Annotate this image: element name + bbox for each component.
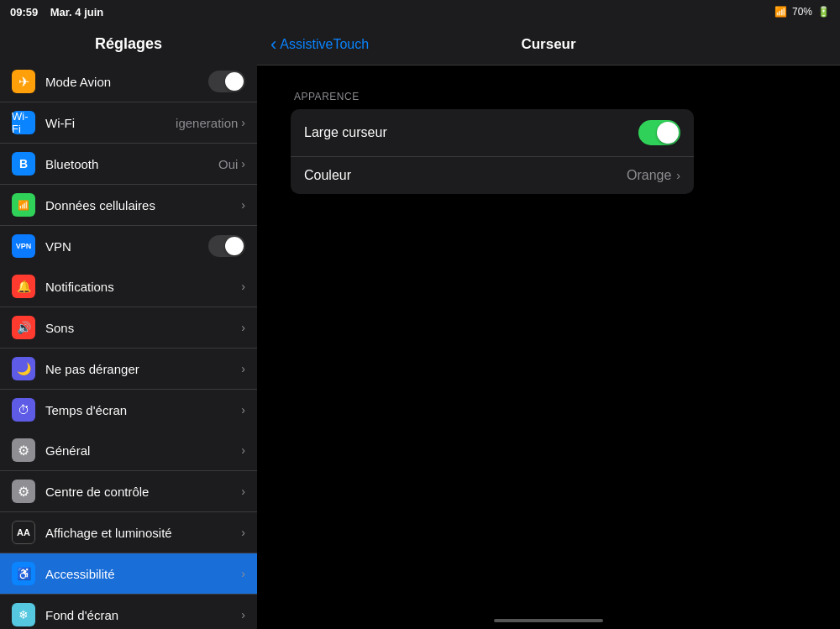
accessibilite-chevron: ›	[241, 567, 245, 580]
large-curseur-toggle[interactable]	[638, 120, 680, 145]
general-icon: ⚙	[12, 438, 35, 462]
sidebar-item-wifi[interactable]: Wi-Fi Wi-Fi igeneration ›	[0, 102, 257, 144]
sidebar-item-mode-avion[interactable]: ✈ Mode Avion	[0, 61, 257, 102]
temps-ecran-label: Temps d'écran	[45, 403, 241, 417]
notifications-icon: 🔔	[12, 275, 35, 298]
sons-icon: 🔊	[12, 316, 35, 339]
wifi-label: Wi-Fi	[45, 116, 176, 130]
sidebar-item-ne-pas-deranger[interactable]: 🌙 Ne pas déranger ›	[0, 349, 257, 390]
nav-title: Curseur	[521, 36, 575, 53]
battery-level: 70%	[792, 6, 812, 18]
accessibilite-icon: ♿	[12, 562, 35, 585]
status-time-date: 09:59 Mar. 4 juin	[10, 6, 103, 18]
fond-ecran-label: Fond d'écran	[45, 608, 241, 622]
fond-ecran-icon: ❄	[12, 603, 35, 626]
sidebar-group-1: ✈ Mode Avion Wi-Fi Wi-Fi igeneration › B…	[0, 61, 257, 266]
donnees-label: Données cellulaires	[45, 198, 241, 212]
mode-avion-toggle[interactable]	[208, 71, 245, 92]
affichage-icon: AA	[12, 521, 35, 544]
notifications-chevron: ›	[241, 280, 245, 293]
temps-ecran-chevron: ›	[241, 403, 245, 417]
fond-ecran-chevron: ›	[241, 608, 245, 621]
mode-avion-label: Mode Avion	[45, 75, 208, 89]
section-header: APPARENCE	[291, 91, 806, 102]
sidebar: Réglages ✈ Mode Avion Wi-Fi Wi-Fi igener…	[0, 24, 257, 629]
large-curseur-row: Large curseur	[291, 109, 694, 157]
nav-bar: ‹ AssistiveTouch Curseur	[257, 24, 840, 66]
battery-icon: 🔋	[817, 6, 830, 18]
sidebar-item-centre-controle[interactable]: ⚙ Centre de contrôle ›	[0, 471, 257, 512]
sidebar-item-bluetooth[interactable]: B Bluetooth Oui ›	[0, 144, 257, 185]
wifi-chevron: ›	[241, 116, 245, 129]
mode-avion-knob	[225, 72, 244, 91]
vpn-icon: VPN	[12, 234, 35, 258]
centre-controle-chevron: ›	[241, 485, 245, 498]
sons-chevron: ›	[241, 321, 245, 334]
affichage-chevron: ›	[241, 526, 245, 539]
vpn-label: VPN	[45, 239, 208, 254]
donnees-icon: 📶	[12, 193, 35, 217]
temps-ecran-icon: ⏱	[12, 398, 35, 422]
affichage-label: Affichage et luminosité	[45, 526, 241, 540]
accessibilite-label: Accessibilité	[45, 567, 241, 581]
bluetooth-value: Oui	[218, 157, 238, 171]
status-date: Mar. 4 juin	[50, 6, 104, 18]
vpn-knob	[225, 237, 244, 255]
donnees-chevron: ›	[241, 198, 245, 212]
vpn-toggle[interactable]	[208, 235, 245, 257]
notifications-label: Notifications	[45, 280, 241, 294]
couleur-label: Couleur	[304, 168, 627, 183]
sidebar-item-affichage-luminosite[interactable]: AA Affichage et luminosité ›	[0, 512, 257, 553]
sidebar-item-notifications[interactable]: 🔔 Notifications ›	[0, 266, 257, 307]
sidebar-item-donnees-cellulaires[interactable]: 📶 Données cellulaires ›	[0, 185, 257, 226]
scroll-bar	[494, 619, 603, 622]
right-panel: ‹ AssistiveTouch Curseur APPARENCE Large…	[257, 24, 840, 629]
large-curseur-knob	[657, 122, 679, 144]
sidebar-item-vpn[interactable]: VPN VPN	[0, 226, 257, 266]
ne-pas-deranger-chevron: ›	[241, 362, 245, 375]
scroll-indicator	[257, 612, 840, 629]
sidebar-item-temps-ecran[interactable]: ⏱ Temps d'écran ›	[0, 390, 257, 430]
general-chevron: ›	[241, 443, 245, 457]
general-label: Général	[45, 443, 241, 458]
status-bar: 09:59 Mar. 4 juin 📶 70% 🔋	[0, 0, 840, 24]
wifi-settings-icon: Wi-Fi	[12, 111, 35, 134]
wifi-value: igeneration	[176, 116, 238, 130]
sidebar-item-fond-ecran[interactable]: ❄ Fond d'écran ›	[0, 595, 257, 629]
ne-pas-deranger-label: Ne pas déranger	[45, 362, 241, 376]
bluetooth-chevron: ›	[241, 157, 245, 170]
large-curseur-label: Large curseur	[304, 125, 638, 140]
bluetooth-label: Bluetooth	[45, 157, 218, 171]
sidebar-group-3: ⚙ Général › ⚙ Centre de contrôle › AA Af…	[0, 430, 257, 629]
couleur-chevron: ›	[676, 169, 680, 182]
nav-back-label[interactable]: AssistiveTouch	[280, 37, 369, 52]
couleur-value: Orange	[627, 168, 671, 183]
nav-back-chevron: ‹	[270, 35, 276, 54]
sidebar-item-accessibilite[interactable]: ♿ Accessibilité ›	[0, 553, 257, 595]
sidebar-group-2: 🔔 Notifications › 🔊 Sons › 🌙 Ne pas déra…	[0, 266, 257, 430]
mode-avion-icon: ✈	[12, 70, 35, 93]
status-time: 09:59	[10, 6, 38, 18]
status-icons: 📶 70% 🔋	[774, 6, 830, 18]
centre-controle-icon: ⚙	[12, 480, 35, 503]
couleur-row[interactable]: Couleur Orange ›	[291, 157, 694, 194]
sidebar-title: Réglages	[0, 24, 257, 61]
ne-pas-deranger-icon: 🌙	[12, 357, 35, 380]
main-layout: Réglages ✈ Mode Avion Wi-Fi Wi-Fi igener…	[0, 24, 840, 629]
wifi-icon: 📶	[774, 6, 787, 18]
centre-controle-label: Centre de contrôle	[45, 485, 241, 499]
sidebar-item-sons[interactable]: 🔊 Sons ›	[0, 307, 257, 349]
nav-back-button[interactable]: ‹ AssistiveTouch	[270, 35, 369, 54]
sidebar-item-general[interactable]: ⚙ Général ›	[0, 430, 257, 471]
settings-card: Large curseur Couleur Orange ›	[291, 109, 694, 194]
bluetooth-icon: B	[12, 152, 35, 176]
sons-label: Sons	[45, 321, 241, 335]
content-area: APPARENCE Large curseur Couleur Orange ›	[257, 66, 840, 612]
